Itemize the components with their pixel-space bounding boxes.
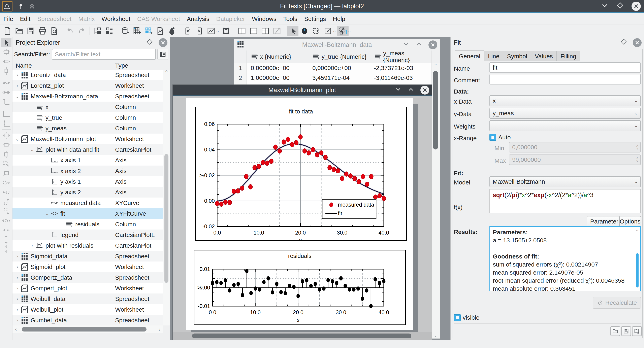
auto-range-checkbox[interactable]: Auto (490, 134, 511, 141)
zoom-original-button[interactable]: 1 (337, 26, 348, 36)
tab-line[interactable]: Line (484, 51, 503, 61)
zoom-out-region-button[interactable] (1, 169, 12, 178)
new-matrix-button[interactable] (143, 26, 154, 36)
tree-item-sigmoid_plot[interactable]: ›Sigmoid_plotWorksheet (12, 262, 163, 272)
auto-scale-x-button[interactable] (1, 140, 12, 150)
zoom-in-y-button[interactable] (1, 235, 12, 244)
menu-analysis[interactable]: Analysis (184, 13, 213, 24)
shade-icon[interactable] (29, 3, 35, 9)
box-zoom-button[interactable] (1, 47, 12, 57)
add-x-axis-button[interactable] (1, 109, 12, 119)
options-button[interactable]: Options (619, 216, 641, 227)
tree-item-y-axis-2[interactable]: y axis 2Axis (12, 187, 163, 198)
zoom-x-range-button[interactable] (1, 57, 12, 66)
formula-editor[interactable]: sqrt(2/pi)*x^2*exp(-x^2/(2*a^2))/a^3 (490, 189, 641, 213)
tree-item-x-axis-2[interactable]: x axis 2Axis (12, 166, 163, 176)
expander-collapsed-icon[interactable]: › (30, 243, 35, 248)
auto-scale-y-button[interactable] (1, 150, 12, 159)
expander-collapsed-icon[interactable]: › (14, 72, 20, 78)
shift-up-button[interactable] (1, 197, 12, 206)
window-close-icon[interactable] (428, 40, 437, 49)
tree-item-lorentz_data[interactable]: ›Lorentz_dataSpreadsheet (12, 70, 163, 80)
add-y-axis-button[interactable] (1, 119, 12, 128)
cell-value[interactable]: 0,000000e+00 (308, 63, 370, 73)
tree-item-weibull_plot[interactable]: ›Weibull_plotWorksheet (12, 304, 163, 315)
tree-item-x[interactable]: xColumn (12, 102, 163, 112)
expander-collapsed-icon[interactable]: › (14, 264, 20, 270)
scroll-left-arrow[interactable]: ‹ (12, 326, 19, 333)
worksheet-hscroll-thumb[interactable] (192, 334, 411, 338)
expander-collapsed-icon[interactable]: › (14, 296, 20, 302)
expander-collapsed-icon[interactable]: › (14, 286, 20, 291)
tree-item-residuals[interactable]: residualsColumn (12, 219, 163, 230)
tab-values[interactable]: Values (531, 51, 557, 61)
cell-value[interactable]: 3,459171e-04 (308, 73, 370, 83)
tree-item-gompertz_data[interactable]: ›Gompertz_dataSpreadsheet (12, 272, 163, 283)
tree-item-x-axis-1[interactable]: x axis 1Axis (12, 155, 163, 166)
column-header-x[interactable]: x {Numeric} (247, 50, 308, 63)
cell-value[interactable]: 1,000000e+00 (247, 73, 308, 83)
column-header-name[interactable]: Name (12, 62, 115, 69)
document-open-button[interactable] (14, 26, 25, 36)
menu-worksheet[interactable]: Worksheet (98, 13, 134, 24)
zoom-y-range-button[interactable] (1, 66, 12, 76)
tree-vertical-scrollbar[interactable]: ⌃ (163, 70, 170, 326)
tree-item-measured-data[interactable]: measured dataXYCurve (12, 198, 163, 208)
layout-horizontal-button[interactable] (248, 26, 259, 36)
add-text-label-button[interactable] (1, 97, 12, 107)
load-config-button[interactable] (610, 326, 620, 336)
tree-item-maxwell-boltzmann_plot[interactable]: ⌄Maxwell-Boltzmann_plotWorksheet (12, 134, 163, 144)
zoom-out-x-button[interactable] (1, 225, 12, 235)
filter-options-button[interactable] (158, 49, 168, 60)
xdata-combobox[interactable]: x⌄ (490, 95, 641, 106)
float-dock-button[interactable] (146, 38, 153, 47)
worksheet-window[interactable]: Maxwell-Boltzmann_plot fit to data-0.020… (172, 84, 432, 340)
zoom-select-mode-button[interactable] (310, 26, 322, 36)
scroll-down-arrow[interactable]: ⌄ (634, 282, 640, 290)
recalculate-button[interactable]: Recalculate (593, 297, 641, 309)
tree-item-y-axis-1[interactable]: y axis 1Axis (12, 176, 163, 187)
pin-icon[interactable] (18, 3, 24, 9)
scroll-right-arrow[interactable]: › (156, 326, 163, 333)
tree-item-weibull_data[interactable]: ›Weibull_dataSpreadsheet (12, 294, 163, 304)
zoom-in-x-button[interactable] (1, 216, 12, 225)
tree-item-y_true[interactable]: y_trueColumn (12, 112, 163, 123)
menu-edit[interactable]: Edit (16, 13, 34, 24)
plot-with-data-and-fit[interactable]: fit to data-0.020.000.020.040.060.010.02… (195, 107, 407, 241)
max-spinbox[interactable]: 99,000000˄˅ (509, 154, 641, 165)
toggle-project-explorer-button[interactable] (92, 26, 103, 36)
expander-expanded-icon[interactable]: ⌄ (30, 147, 35, 152)
comment-input[interactable] (490, 74, 641, 84)
search-filter-input[interactable] (52, 49, 156, 60)
shift-down-button[interactable] (1, 206, 12, 216)
select-mode-button[interactable] (287, 26, 298, 36)
tree-horizontal-scrollbar[interactable]: ‹ › (12, 326, 163, 333)
spreadsheet-row[interactable]: 21,000000e+003,459171e-04-3,011469e-03 (234, 73, 440, 83)
window-close-icon[interactable] (420, 86, 429, 94)
document-new-button[interactable] (2, 26, 13, 36)
expander-expanded-icon[interactable]: ⌄ (14, 93, 20, 99)
minimize-button[interactable] (601, 1, 608, 11)
weights-combobox[interactable]: ⌄ (490, 120, 641, 131)
spreadsheet-vscroll-thumb[interactable] (433, 71, 438, 149)
new-datasource-button[interactable] (120, 26, 131, 36)
shift-right-button[interactable] (1, 178, 12, 187)
document-preview-button[interactable] (48, 26, 60, 36)
layout-grid-button[interactable] (260, 26, 271, 36)
zoom-in-region-button[interactable] (1, 159, 12, 169)
window-shade-up-icon[interactable] (416, 41, 422, 49)
document-save-button[interactable] (25, 26, 36, 36)
tab-filling[interactable]: Filling (557, 51, 580, 61)
expander-collapsed-icon[interactable]: › (14, 83, 20, 88)
column-header-y_true[interactable]: y_true {Numeric} (308, 50, 370, 63)
name-input[interactable]: fit (490, 62, 641, 73)
worksheet-page[interactable]: fit to data-0.020.000.020.040.060.010.02… (186, 98, 413, 330)
tree-item-gumbel_data[interactable]: ›Gumbel_dataSpreadsheet (12, 315, 163, 326)
worksheet-view[interactable]: fit to data-0.020.000.020.040.060.010.02… (173, 96, 432, 332)
add-curve-segments-button[interactable] (1, 88, 12, 97)
close-button[interactable] (632, 1, 641, 11)
scroll-up-arrow[interactable]: ⌃ (634, 227, 640, 235)
zoom-out-y-button[interactable] (1, 244, 12, 254)
tree-item-y_meas[interactable]: y_measColumn (12, 123, 163, 134)
menu-file[interactable]: File (0, 13, 16, 24)
